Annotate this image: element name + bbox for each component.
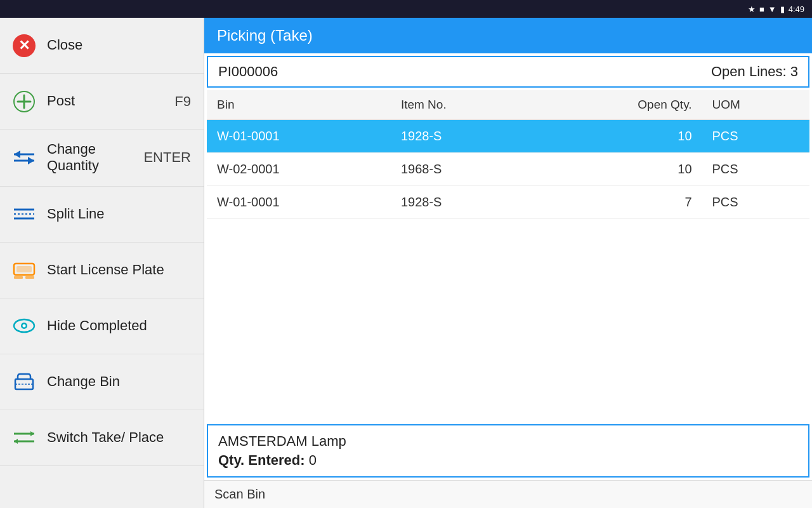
cell-bin: W-01-0001 — [207, 186, 391, 219]
close-icon-container: ✕ — [13, 34, 36, 57]
sidebar-item-switch-take-place[interactable]: Switch Take/ Place — [0, 410, 204, 466]
svg-rect-17 — [15, 379, 33, 389]
status-icons: ★ ■ ▼ ▮ 4:49 — [748, 4, 804, 14]
post-label: Post — [47, 93, 75, 109]
start-license-plate-label: Start License Plate — [47, 262, 164, 278]
sidebar-item-split-line[interactable]: Split Line — [0, 187, 204, 243]
wifi-icon: ▼ — [768, 4, 776, 14]
change-quantity-label: Change Quantity — [47, 141, 132, 175]
qty-entered: Qty. Entered: 0 — [218, 452, 798, 469]
scan-bin-label: Scan Bin — [204, 480, 812, 508]
svg-rect-11 — [16, 266, 32, 272]
cell-uom: PCS — [702, 186, 809, 219]
cell-item-no: 1968-S — [391, 153, 537, 186]
status-bar: ★ ■ ▼ ▮ 4:49 — [0, 0, 812, 18]
hide-completed-label: Hide Completed — [47, 318, 147, 334]
cell-open-qty: 10 — [537, 120, 702, 153]
open-lines-count: 3 — [790, 64, 798, 79]
switch-take-place-label: Switch Take/ Place — [47, 429, 164, 446]
sidebar-item-change-bin[interactable]: Change Bin — [0, 354, 204, 410]
qty-entered-value: 0 — [309, 452, 317, 468]
svg-rect-12 — [14, 276, 23, 279]
sidebar-item-hide-completed[interactable]: Hide Completed — [0, 298, 204, 354]
battery-icon: ▮ — [780, 4, 785, 14]
table-container: Bin Item No. Open Qty. UOM W-01-00011928… — [207, 90, 809, 422]
svg-marker-20 — [30, 431, 34, 436]
change-quantity-icon — [13, 146, 36, 169]
cell-item-no: 1928-S — [391, 186, 537, 219]
open-lines-label: Open Lines: — [711, 64, 787, 79]
col-item-no: Item No. — [391, 90, 537, 120]
header-bar: Picking (Take) — [204, 18, 812, 53]
sidebar-item-change-quantity[interactable]: Change Quantity ENTER — [0, 130, 204, 187]
cell-bin: W-01-0001 — [207, 120, 391, 153]
bottom-panel: AMSTERDAM Lamp Qty. Entered: 0 — [207, 424, 809, 478]
col-bin: Bin — [207, 90, 391, 120]
table-row[interactable]: W-01-00011928-S7PCS — [207, 186, 809, 219]
close-label: Close — [47, 37, 82, 53]
table-row[interactable]: W-02-00011968-S10PCS — [207, 153, 809, 186]
svg-point-16 — [23, 324, 26, 328]
sidebar-item-post[interactable]: Post F9 — [0, 74, 204, 130]
close-circle-icon: ✕ — [13, 34, 36, 57]
sidebar: ✕ Close Post F9 — [0, 18, 204, 508]
bluetooth-icon: ★ — [748, 4, 756, 14]
doc-info-bar: PI000006 Open Lines: 3 — [207, 56, 809, 88]
post-shortcut: F9 — [174, 93, 191, 110]
picking-table: Bin Item No. Open Qty. UOM W-01-00011928… — [207, 90, 809, 219]
col-uom: UOM — [702, 90, 809, 120]
split-line-label: Split Line — [47, 206, 105, 222]
cell-uom: PCS — [702, 120, 809, 153]
cell-bin: W-02-0001 — [207, 153, 391, 186]
hide-completed-icon — [13, 314, 36, 337]
cell-uom: PCS — [702, 153, 809, 186]
item-name: AMSTERDAM Lamp — [218, 433, 798, 450]
change-bin-icon — [13, 370, 36, 393]
header-title: Picking (Take) — [217, 27, 313, 44]
svg-marker-4 — [14, 150, 20, 158]
table-header-row: Bin Item No. Open Qty. UOM — [207, 90, 809, 120]
col-open-qty: Open Qty. — [537, 90, 702, 120]
table-row[interactable]: W-01-00011928-S10PCS — [207, 120, 809, 153]
cell-item-no: 1928-S — [391, 120, 537, 153]
doc-number: PI000006 — [218, 64, 278, 80]
main-layout: ✕ Close Post F9 — [0, 18, 812, 508]
qty-entered-label: Qty. Entered: — [218, 452, 305, 468]
split-line-icon — [13, 203, 36, 225]
post-icon — [13, 90, 36, 113]
sidebar-item-close[interactable]: ✕ Close — [0, 18, 204, 74]
svg-marker-22 — [14, 439, 18, 444]
switch-icon — [13, 426, 36, 449]
cell-open-qty: 10 — [537, 153, 702, 186]
change-quantity-shortcut: ENTER — [143, 149, 191, 166]
license-plate-icon — [13, 258, 36, 281]
svg-marker-6 — [28, 157, 34, 164]
signal-icon: ■ — [759, 4, 764, 14]
change-bin-label: Change Bin — [47, 373, 120, 390]
open-lines: Open Lines: 3 — [711, 64, 798, 80]
sidebar-item-start-license-plate[interactable]: Start License Plate — [0, 243, 204, 298]
svg-rect-13 — [25, 276, 34, 279]
cell-open-qty: 7 — [537, 186, 702, 219]
status-time: 4:49 — [789, 4, 804, 14]
content-area: Picking (Take) PI000006 Open Lines: 3 Bi… — [204, 18, 812, 508]
